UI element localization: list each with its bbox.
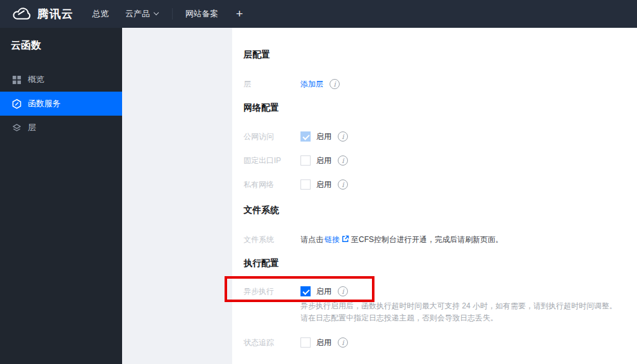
async-execution-checkbox[interactable] <box>300 286 311 296</box>
section-title-file-system: 文件系统 <box>244 205 279 216</box>
section-title-network-config: 网络配置 <box>244 102 279 114</box>
async-execution-description: 异步执行启用后，函数执行超时时间最大可支持 24 小时，如有需要，请到执行超时时… <box>300 300 633 324</box>
row-fixed-outbound-ip: 固定出口IP 启用 <box>244 154 348 167</box>
page-background-gutter <box>122 28 232 364</box>
info-icon[interactable] <box>330 79 340 89</box>
row-label: 状态追踪 <box>244 337 300 348</box>
row-layer: 层 添加层 <box>244 78 340 90</box>
brand-name: 腾讯云 <box>37 6 73 21</box>
row-label: 私有网络 <box>244 179 300 190</box>
sidebar-menu: 概览 函数服务 层 <box>0 68 122 140</box>
row-label: 固定出口IP <box>244 155 300 166</box>
cfs-console-link[interactable]: 链接 <box>325 234 340 245</box>
row-label: 异步执行 <box>244 286 300 297</box>
file-system-hint: 请点击 链接 至CFS控制台进行开通，完成后请刷新页面。 <box>300 234 503 245</box>
private-network-checkbox[interactable] <box>300 179 311 190</box>
info-icon[interactable] <box>338 131 348 142</box>
external-link-icon <box>342 235 349 245</box>
grid-icon <box>11 74 22 85</box>
enable-label: 启用 <box>316 131 331 142</box>
section-title-execution-config: 执行配置 <box>244 258 279 269</box>
nav-add-button[interactable]: + <box>236 7 243 21</box>
sidebar-title: 云函数 <box>0 28 122 52</box>
row-public-network: 公网访问 启用 <box>244 130 348 143</box>
layers-icon <box>11 122 22 133</box>
row-private-network: 私有网络 启用 <box>244 178 348 191</box>
add-layer-link[interactable]: 添加层 <box>300 79 323 90</box>
sidebar-item-function-service[interactable]: 函数服务 <box>0 92 122 116</box>
status-tracking-checkbox[interactable] <box>300 337 311 348</box>
row-label: 文件系统 <box>244 234 300 245</box>
sidebar-item-overview[interactable]: 概览 <box>0 68 122 92</box>
chevron-down-icon <box>154 10 159 15</box>
hint-text-after: 至CFS控制台进行开通，完成后请刷新页面。 <box>351 234 503 245</box>
enable-label: 启用 <box>316 337 331 348</box>
info-icon[interactable] <box>338 155 348 166</box>
section-title-layer-config: 层配置 <box>244 49 270 61</box>
sidebar: 云函数 概览 函数服务 <box>0 28 122 364</box>
sidebar-item-label: 概览 <box>28 74 44 85</box>
top-navbar: 腾讯云 总览 云产品 网站备案 + <box>0 0 637 28</box>
description-line: 请在日志配置中指定日志投递主题，否则会导致日志丢失。 <box>300 312 633 324</box>
nav-icp-filing[interactable]: 网站备案 <box>185 8 218 20</box>
public-network-checkbox[interactable] <box>300 131 311 142</box>
nav-cloud-products[interactable]: 云产品 <box>125 8 158 20</box>
enable-label: 启用 <box>316 286 331 297</box>
info-icon[interactable] <box>338 337 348 348</box>
sidebar-item-label: 层 <box>28 122 36 133</box>
sidebar-item-layers[interactable]: 层 <box>0 116 122 140</box>
description-line: 异步执行启用后，函数执行超时时间最大可支持 24 小时，如有需要，请到执行超时时… <box>300 300 633 312</box>
info-icon[interactable] <box>338 179 348 190</box>
fixed-outbound-ip-checkbox[interactable] <box>300 155 311 166</box>
row-file-system: 文件系统 请点击 链接 至CFS控制台进行开通，完成后请刷新页面。 <box>244 233 503 246</box>
row-async-execution: 异步执行 启用 <box>244 285 348 298</box>
enable-label: 启用 <box>316 179 331 190</box>
nav-divider <box>172 8 173 20</box>
cloud-logo-icon <box>11 6 32 22</box>
nav-overview[interactable]: 总览 <box>92 8 109 20</box>
settings-panel: 层配置 层 添加层 网络配置 公网访问 启用 固定出口IP 启用 私有网络 启用… <box>232 28 637 364</box>
function-hexagon-icon <box>11 98 22 109</box>
row-label: 层 <box>244 79 300 90</box>
tencent-cloud-logo[interactable]: 腾讯云 <box>11 6 73 22</box>
enable-label: 启用 <box>316 155 331 166</box>
info-icon[interactable] <box>338 286 348 296</box>
hint-text-before: 请点击 <box>300 234 323 245</box>
row-label: 公网访问 <box>244 131 300 142</box>
row-status-tracking: 状态追踪 启用 <box>244 336 348 349</box>
sidebar-item-label: 函数服务 <box>28 98 61 109</box>
